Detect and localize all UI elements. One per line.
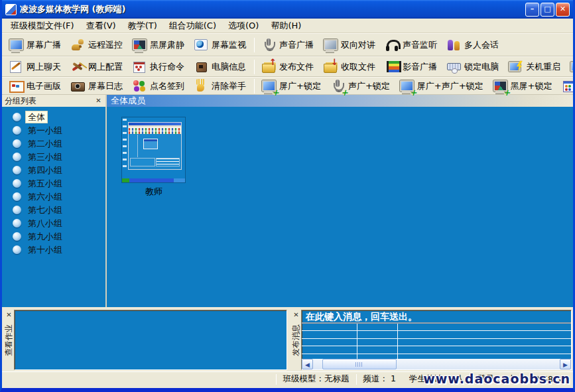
maximize-button[interactable]: □ xyxy=(541,3,554,17)
group-ball-icon xyxy=(13,166,21,174)
status-time: 08:58:37 xyxy=(523,374,573,384)
menu-bar: 班级模型文件(F) 查看(V) 教学(T) 组合功能(C) 选项(O) 帮助(H… xyxy=(2,19,573,33)
toolbar-button-exec-command[interactable]: 执行命令 xyxy=(128,58,190,76)
plus-badge-icon xyxy=(341,90,348,96)
message-history-grid xyxy=(302,324,571,359)
screen-voice-lock-icon xyxy=(399,79,414,94)
sidebar-item-group-5[interactable]: 第五小组 xyxy=(2,176,105,190)
scroll-left-icon[interactable]: ◀ xyxy=(302,359,313,369)
sidebar-item-group-8[interactable]: 第八小组 xyxy=(2,216,105,229)
toolbar-button-blackscreen-lock[interactable]: 黑屏+锁定 xyxy=(489,78,558,95)
group-ball-icon xyxy=(13,192,21,201)
media-broadcast-icon xyxy=(385,60,399,74)
sidebar-item-group-10[interactable]: 第十小组 xyxy=(2,243,105,256)
homework-content[interactable] xyxy=(14,310,287,370)
toolbar-button-screen-broadcast[interactable]: 屏幕广播 xyxy=(5,36,66,54)
member-name: 教师 xyxy=(122,186,186,198)
group-ball-icon xyxy=(13,139,21,148)
voice-broadcast-icon xyxy=(261,38,276,52)
toolbar-button-collect-file[interactable]: 收取文件 xyxy=(319,58,381,76)
net-config-icon xyxy=(70,60,85,74)
toolbar-button-lock-pc[interactable]: 锁定电脑 xyxy=(442,58,504,76)
hide-window-icon xyxy=(562,79,575,94)
minimize-button[interactable]: – xyxy=(525,3,539,17)
toolbar-button-voice-monitor[interactable]: 声音监听 xyxy=(381,36,442,54)
members-panel: 全体成员 教师 xyxy=(107,95,573,307)
title-bar: 凌波多媒体教学网 (教师端) – □ ✕ xyxy=(2,0,573,19)
toolbar-button-voicebc-lock[interactable]: 声广+锁定 xyxy=(326,78,395,95)
screen-broadcast-icon xyxy=(9,38,23,52)
status-students-total: 学生总计：0人 xyxy=(403,373,471,385)
group-panel-header: 分组列表 ✕ xyxy=(2,95,105,107)
menu-options[interactable]: 选项(O) xyxy=(222,19,265,33)
menu-teach[interactable]: 教学(T) xyxy=(122,19,163,33)
horizontal-scrollbar[interactable]: ◀ ▶ xyxy=(302,359,571,369)
sidebar-item-group-9[interactable]: 第九小组 xyxy=(2,229,105,243)
sidebar-item-group-7[interactable]: 第七小组 xyxy=(2,203,105,216)
group-ball-icon xyxy=(13,179,21,188)
menu-help[interactable]: 帮助(H) xyxy=(265,19,307,33)
sidebar-item-group-4[interactable]: 第四小组 xyxy=(2,163,105,176)
exec-command-icon xyxy=(132,60,147,74)
member-thumbnail[interactable] xyxy=(122,117,185,182)
scroll-right-icon[interactable]: ▶ xyxy=(560,359,571,369)
sidebar-item-group-3[interactable]: 第三小组 xyxy=(2,150,105,163)
group-panel: 分组列表 ✕ 全体 第一小组 第二小组 第三小组 第四小组 第五小组 第六小组 … xyxy=(2,95,107,307)
bottom-area: ✕ 查看作业 ✕ 发布消息 在此键入消息，回车送出。 ◀ ▶ xyxy=(2,307,573,371)
message-input[interactable]: 在此键入消息，回车送出。 xyxy=(302,310,571,324)
message-panel-close-icon[interactable]: ✕ xyxy=(292,311,300,320)
group-ball-icon xyxy=(13,113,21,121)
group-panel-close-icon[interactable]: ✕ xyxy=(94,97,103,105)
app-window: 凌波多媒体教学网 (教师端) – □ ✕ 班级模型文件(F) 查看(V) 教学(… xyxy=(0,0,575,392)
toolbar-row-2: 网上聊天 网上配置 执行命令 电脑信息 发布文件 收取文件 影音广播 锁定电脑 … xyxy=(2,56,573,77)
homework-panel-close-icon[interactable]: ✕ xyxy=(5,311,13,320)
status-bar: 班级模型：无标题 频道： 1 学生总计：0人 登录：0人 08:58:37 ww… xyxy=(2,371,573,386)
sidebar-item-group-1[interactable]: 第一小组 xyxy=(2,123,105,137)
toolbar-button-shutdown-restart[interactable]: 关机重启 xyxy=(504,58,566,76)
toolbar-button-group-session[interactable]: 多人会话 xyxy=(442,36,504,54)
screen-log-icon xyxy=(70,79,85,94)
toolbar-row-1: 屏幕广播 远程遥控 黑屏肃静 屏幕监视 声音广播 双向对讲 声音监听 多人会话 xyxy=(2,33,573,56)
toolbar-button-send-file[interactable]: 发布文件 xyxy=(257,58,319,76)
toolbar-button-pc-info[interactable]: 电脑信息 xyxy=(190,58,251,76)
toolbar-button-screen-monitor[interactable]: 屏幕监视 xyxy=(190,36,251,54)
toolbar-button-remote-control[interactable]: 远程遥控 xyxy=(66,36,128,54)
status-class-model: 班级模型：无标题 xyxy=(277,373,356,385)
toolbar-button-screenbc-lock[interactable]: 屏广+锁定 xyxy=(257,78,326,95)
toolbar-separator xyxy=(254,79,255,94)
toolbar-button-net-chat[interactable]: 网上聊天 xyxy=(5,58,66,76)
toolbar-button-remote-poweron[interactable]: 远程开机 xyxy=(566,58,575,76)
menu-file[interactable]: 班级模型文件(F) xyxy=(5,19,80,33)
menu-view[interactable]: 查看(V) xyxy=(80,19,122,33)
sidebar-item-all[interactable]: 全体 xyxy=(2,110,105,123)
sidebar-item-group-6[interactable]: 第六小组 xyxy=(2,190,105,203)
toolbar-button-clear-hands[interactable]: 清除举手 xyxy=(190,78,251,95)
send-file-icon xyxy=(261,60,276,74)
toolbar-button-media-broadcast[interactable]: 影音广播 xyxy=(381,58,442,76)
remote-poweron-icon xyxy=(570,60,575,74)
toolbar-button-whiteboard[interactable]: 电子画版 xyxy=(5,78,66,95)
toolbar-button-roll-call[interactable]: 点名签到 xyxy=(128,78,190,95)
member-item-teacher[interactable]: 教师 xyxy=(122,117,186,198)
toolbar-button-black-screen[interactable]: 黑屏肃静 xyxy=(128,36,190,54)
menu-combo[interactable]: 组合功能(C) xyxy=(163,19,222,33)
toolbar-button-voice-broadcast[interactable]: 声音广播 xyxy=(257,36,319,54)
status-channel: 频道： 1 xyxy=(357,373,403,385)
toolbar-row-3: 电子画版 屏幕日志 点名签到 清除举手 屏广+锁定 声广+锁定 屏广+声广+锁定… xyxy=(2,77,573,95)
scrollbar-thumb[interactable] xyxy=(322,359,397,369)
toolbar-button-screen-voice-lock[interactable]: 屏广+声广+锁定 xyxy=(395,78,489,95)
sidebar-item-group-2[interactable]: 第二小组 xyxy=(2,137,105,150)
toolbar-button-net-config[interactable]: 网上配置 xyxy=(66,58,128,76)
close-button[interactable]: ✕ xyxy=(556,3,570,17)
mini-taskbar xyxy=(122,178,185,182)
app-logo-icon xyxy=(5,4,17,15)
voice-monitor-icon xyxy=(385,38,399,52)
group-ball-icon xyxy=(13,232,21,241)
toolbar-button-hide-window[interactable]: 隐藏窗口 xyxy=(558,78,575,95)
toolbar-button-screen-log[interactable]: 屏幕日志 xyxy=(66,78,128,95)
whiteboard-icon xyxy=(9,79,23,94)
message-panel-gutter: ✕ 发布消息 xyxy=(290,310,301,370)
toolbar-button-two-way-talk[interactable]: 双向对讲 xyxy=(319,36,381,54)
scrollbar-track[interactable] xyxy=(313,359,560,369)
group-list: 全体 第一小组 第二小组 第三小组 第四小组 第五小组 第六小组 第七小组 第八… xyxy=(2,107,105,307)
